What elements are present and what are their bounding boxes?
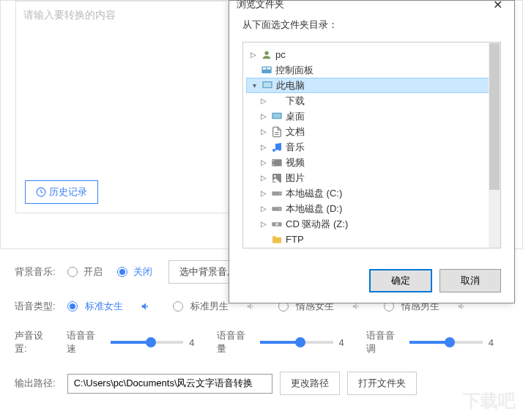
svg-point-17	[279, 193, 280, 194]
tree-item-label: 音乐	[286, 141, 305, 154]
tree-item[interactable]: ▷音乐	[246, 139, 497, 155]
folder-tree: ▷pc控制面板▾此电脑▷下载▷桌面▷文档▷音乐▷视频▷图片▷本地磁盘 (C:)▷…	[242, 42, 501, 248]
speed-slider[interactable]	[111, 341, 183, 344]
tree-item[interactable]: ▷pc	[246, 47, 497, 62]
tree-item[interactable]: FTP	[246, 232, 497, 247]
ok-button[interactable]: 确定	[369, 269, 432, 292]
volume-label: 语音音量	[217, 329, 255, 355]
tree-item-label: FTP	[286, 234, 304, 245]
dialog-title: 浏览文件夹	[237, 0, 284, 11]
expand-icon[interactable]: ▷	[259, 174, 268, 182]
expand-icon[interactable]: ▷	[259, 189, 268, 197]
expand-icon[interactable]: ▷	[259, 143, 268, 151]
svg-rect-6	[264, 82, 272, 87]
tree-item-label: 图片	[286, 172, 305, 185]
drive-icon	[271, 203, 283, 215]
download-icon	[271, 95, 283, 107]
expand-icon[interactable]: ▷	[259, 128, 268, 136]
tree-scrollbar[interactable]	[489, 43, 500, 248]
voice-type-label: 语音类型:	[15, 300, 56, 313]
svg-rect-4	[267, 67, 271, 70]
tree-item[interactable]: ▷图片	[246, 170, 497, 185]
svg-point-10	[278, 147, 281, 150]
svg-rect-12	[273, 160, 274, 161]
bg-music-off-radio[interactable]	[117, 267, 127, 277]
svg-point-19	[279, 208, 280, 209]
cancel-button[interactable]: 取消	[439, 269, 501, 292]
tree-item-label: pc	[275, 49, 286, 60]
volume-slider[interactable]	[260, 341, 333, 344]
tree-item-label: 文档	[286, 125, 305, 139]
open-folder-button[interactable]: 打开文件夹	[347, 372, 417, 395]
user-icon	[261, 49, 272, 61]
tree-item-label: 视频	[286, 156, 305, 169]
cd-icon	[271, 218, 283, 230]
tree-item-label: CD 驱动器 (Z:)	[286, 218, 348, 231]
svg-point-9	[272, 149, 275, 152]
tree-item-label: 控制面板	[275, 64, 314, 77]
voice-std-female-label: 标准女生	[85, 300, 123, 313]
desktop-icon	[271, 111, 283, 122]
browse-folder-dialog: 浏览文件夹 ✕ 从下面选文件夹目录： ▷pc控制面板▾此电脑▷下载▷桌面▷文档▷…	[229, 0, 515, 303]
tree-item-label: 此电脑	[276, 79, 305, 92]
svg-rect-3	[263, 67, 267, 70]
expand-icon[interactable]: ▾	[250, 81, 259, 89]
change-path-button[interactable]: 更改路径	[280, 372, 340, 395]
tree-item-label: 本地磁盘 (D:)	[286, 202, 342, 215]
tree-item[interactable]: 控制面板	[246, 62, 497, 78]
bg-music-on-radio[interactable]	[67, 267, 78, 277]
music-icon	[271, 141, 283, 153]
slider-thumb[interactable]	[146, 337, 156, 347]
tree-item[interactable]: ▷本地磁盘 (C:)	[246, 185, 497, 201]
monitor-icon	[262, 80, 273, 92]
tree-item-label: 桌面	[286, 110, 305, 123]
expand-icon[interactable]: ▷	[259, 205, 268, 213]
svg-rect-8	[273, 114, 281, 118]
close-icon[interactable]: ✕	[489, 0, 507, 13]
expand-icon[interactable]: ▷	[259, 158, 268, 166]
expand-icon[interactable]: ▷	[249, 51, 258, 59]
scrollbar-thumb[interactable]	[489, 43, 500, 190]
history-button[interactable]: 历史记录	[25, 180, 98, 204]
volume-value: 4	[339, 337, 344, 348]
tree-item[interactable]: ▷视频	[246, 155, 497, 170]
sound-settings-label: 声音设置:	[15, 329, 55, 355]
expand-icon[interactable]: ▷	[259, 112, 268, 120]
slider-thumb[interactable]	[445, 337, 455, 347]
voice-std-female-radio[interactable]	[67, 301, 78, 312]
voice-std-male-radio[interactable]	[173, 301, 183, 312]
voice-std-male-label: 标准男生	[190, 300, 229, 313]
speed-label: 语音音速	[67, 329, 105, 355]
dialog-subtitle: 从下面选文件夹目录：	[242, 18, 501, 32]
tree-item[interactable]: ▷文档	[246, 124, 497, 139]
svg-point-1	[264, 51, 268, 54]
tree-item[interactable]: ▾此电脑	[246, 78, 497, 93]
folder-icon	[271, 234, 283, 246]
tree-item[interactable]: ▷下载	[246, 93, 497, 108]
speaker-icon[interactable]	[141, 301, 151, 312]
speed-value: 4	[189, 337, 194, 348]
drive-icon	[271, 188, 283, 199]
panel-icon	[261, 65, 272, 76]
bg-music-label: 背景音乐:	[15, 265, 56, 279]
pitch-value: 4	[489, 337, 494, 348]
bg-music-off-label: 关闭	[133, 265, 152, 279]
pitch-slider[interactable]	[409, 341, 482, 344]
output-path-label: 输出路径:	[15, 377, 56, 390]
doc-icon	[271, 126, 283, 138]
tree-item[interactable]: ▷CD 驱动器 (Z:)	[246, 216, 497, 232]
svg-point-21	[275, 223, 278, 226]
tree-item[interactable]: ▷桌面	[246, 108, 497, 124]
svg-rect-13	[273, 164, 274, 165]
pitch-label: 语音音调	[366, 329, 404, 355]
bg-music-on-label: 开启	[84, 265, 103, 279]
image-icon	[271, 172, 283, 184]
svg-point-15	[274, 175, 276, 177]
expand-icon[interactable]: ▷	[259, 220, 268, 228]
tree-item-label: 本地磁盘 (C:)	[286, 187, 342, 200]
slider-thumb[interactable]	[295, 337, 305, 347]
tree-item-label: 下载	[286, 95, 305, 108]
output-path-input[interactable]	[67, 374, 272, 394]
expand-icon[interactable]: ▷	[259, 97, 268, 105]
tree-item[interactable]: ▷本地磁盘 (D:)	[246, 201, 497, 216]
